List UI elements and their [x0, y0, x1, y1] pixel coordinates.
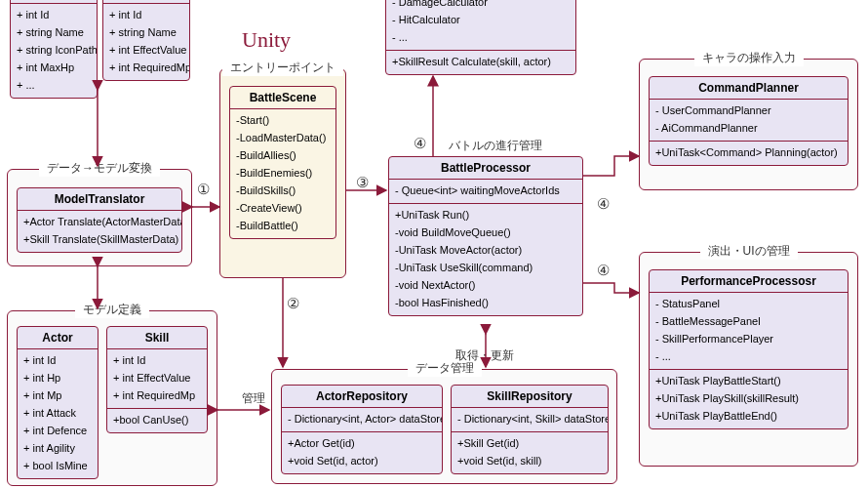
field: - AiCommandPlanner [655, 120, 842, 138]
actor-repository-class: ActorRepository - Dictionary<int, Actor>… [281, 385, 443, 474]
method: +Actor Translate(ActorMasterData) [23, 214, 176, 231]
method: +UniTask Run() [395, 207, 576, 224]
group-title: キャラの操作入力 [694, 50, 804, 66]
method: -UniTask UseSkill(command) [395, 260, 576, 277]
step-4-top: ④ [414, 135, 426, 152]
field: - Queue<int> waitingMoveActorIds [395, 183, 576, 200]
skill-repository-class: SkillRepository - Dictionary<int, Skill>… [451, 385, 609, 474]
field: + int Attack [23, 405, 92, 423]
field: - ... [655, 348, 842, 366]
method: +UniTask PlayBattleStart() [655, 373, 842, 390]
field: + int Id [113, 352, 201, 370]
field: + int EffectValue [113, 370, 201, 387]
field: + int MaxHp [17, 60, 91, 77]
step-4-right1: ④ [597, 195, 610, 213]
group-title: 演出・UIの管理 [700, 243, 798, 260]
calculator-class: - DamageCalculator - HitCalculator - ...… [385, 0, 576, 75]
class-title: BattleProcessor [389, 157, 582, 180]
step-4-right2: ④ [597, 262, 610, 279]
skill-master-data-class: SkillMasterData + int Id + string Name +… [102, 0, 190, 81]
field: + int Id [17, 7, 91, 24]
field: - DamageCalculator [392, 0, 570, 12]
method: +void Set(id, skill) [457, 453, 602, 470]
method: +void Set(id, actor) [288, 453, 436, 470]
field: + int RequiredMp [109, 60, 183, 77]
method: -BuildEnemies() [236, 165, 330, 183]
manage-caption: 管理 [242, 390, 265, 407]
method: -Start() [236, 112, 330, 130]
class-title: Actor [18, 327, 98, 349]
field: - Dictionary<int, Skill> dataStore [457, 411, 602, 428]
actor-master-data-class: ActorMasterData + int Id + string Name +… [10, 0, 98, 99]
group-title: データ→モデル変換 [39, 160, 160, 177]
class-title: PerformanceProcessosr [650, 270, 848, 293]
field: + int EffectValue [109, 42, 183, 60]
method: +Actor Get(id) [288, 435, 436, 453]
method: -bool HasFinished() [395, 295, 576, 312]
method: -UniTask MoveActor(actor) [395, 242, 576, 260]
skill-class: Skill + int Id + int EffectValue + int R… [106, 326, 208, 433]
class-title: ActorRepository [282, 386, 442, 408]
class-title: ModelTranslator [18, 188, 181, 211]
battle-scene-class: BattleScene -Start() -LoadMasterData() -… [229, 86, 336, 239]
method: -BuildSkills() [236, 183, 330, 200]
field: - HitCalculator [392, 12, 570, 29]
method: -void BuildMoveQueue() [395, 224, 576, 242]
field: - Dictionary<int, Actor> dataStore [288, 411, 436, 428]
method: +bool CanUse() [113, 412, 201, 429]
class-title: Skill [107, 327, 207, 349]
field: + int Id [23, 352, 92, 370]
field: + string IconPath [17, 42, 91, 60]
field: + int Hp [23, 370, 92, 387]
method: -BuildBattle() [236, 218, 330, 235]
method: +SkillResult Calculate(skill, actor) [392, 54, 570, 71]
step-1: ① [197, 181, 210, 198]
actor-class: Actor + int Id + int Hp + int Mp + int A… [17, 326, 99, 479]
model-translator-class: ModelTranslator +Actor Translate(ActorMa… [17, 187, 182, 253]
field: + int RequiredMp [113, 387, 201, 405]
class-title: BattleScene [230, 87, 335, 109]
method: -LoadMasterData() [236, 130, 330, 147]
method: -CreateView() [236, 200, 330, 218]
battle-processor-class: BattleProcessor - Queue<int> waitingMove… [388, 156, 583, 316]
field: + bool IsMine [23, 458, 92, 475]
group-title: モデル定義 [75, 302, 149, 318]
method: +Skill Translate(SkillMasterData) [23, 231, 176, 249]
field: + int Defence [23, 423, 92, 440]
field: - SkillPerformancePlayer [655, 331, 842, 348]
battle-progress-caption: バトルの進行管理 [449, 138, 542, 154]
fetch-caption: 取得・更新 [455, 347, 514, 364]
performance-processor-class: PerformanceProcessosr - StatusPanel - Ba… [649, 269, 848, 429]
field: - ... [392, 29, 570, 47]
field: + int Agility [23, 440, 92, 458]
field: + string Name [17, 24, 91, 42]
class-title: CommandPlanner [650, 77, 848, 100]
class-title: SkillRepository [452, 386, 608, 408]
field: + string Name [109, 24, 183, 42]
unity-label: Unity [242, 27, 291, 53]
method: -void NextActor() [395, 277, 576, 295]
step-3: ③ [356, 174, 369, 191]
method: +UniTask PlayBattleEnd() [655, 408, 842, 426]
field: - BattleMessagePanel [655, 313, 842, 331]
field: + ... [17, 77, 91, 95]
method: +UniTask<Command> Planning(actor) [655, 144, 842, 162]
field: - UserCommandPlanner [655, 102, 842, 120]
command-planner-class: CommandPlanner - UserCommandPlanner - Ai… [649, 76, 848, 166]
field: + int Id [109, 7, 183, 24]
field: + int Mp [23, 387, 92, 405]
group-title: エントリーポイント [222, 60, 343, 76]
method: -BuildAllies() [236, 147, 330, 165]
method: +Skill Get(id) [457, 435, 602, 453]
method: +UniTask PlaySkill(skillResult) [655, 390, 842, 408]
step-2: ② [287, 295, 299, 312]
field: - StatusPanel [655, 296, 842, 313]
